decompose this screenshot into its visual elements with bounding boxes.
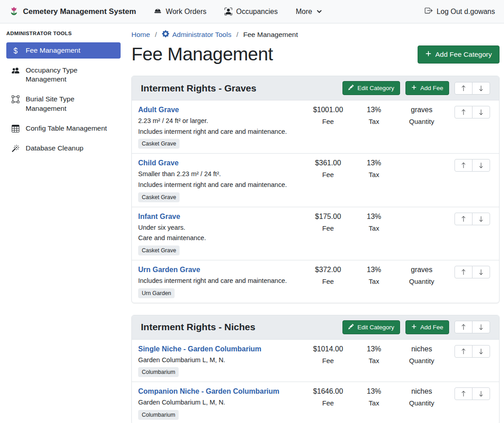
category-header: Interment Rights - Niches Edit Category …	[132, 315, 499, 340]
nav-occupancies[interactable]: Occupancies	[225, 8, 278, 16]
fee-row: Infant Grave Under six years. Care and m…	[132, 207, 499, 260]
admin-tools-sidebar: ADMINISTRATOR TOOLS Fee Management Occup…	[0, 23, 126, 423]
arrow-down-icon	[478, 324, 484, 330]
fee-row: Adult Grave 2.23 m² / 24 ft² or larger. …	[132, 100, 499, 153]
fee-description: Garden Columbarium L, M, N.	[138, 399, 305, 406]
breadcrumb: Home / Administrator Tools / Fee Managem…	[131, 30, 500, 39]
fee-amount-col: $361.00 Fee	[305, 159, 351, 178]
sidebar-item-label: Burial Site Type Management	[26, 95, 116, 113]
arrow-down-icon	[478, 162, 484, 168]
fee-description: 2.23 m² / 24 ft² or larger.	[138, 117, 305, 125]
sidebar-heading: ADMINISTRATOR TOOLS	[6, 31, 121, 36]
fee-name-link[interactable]: Companion Niche - Garden Columbarium	[138, 387, 279, 396]
arrow-down-icon	[478, 216, 484, 222]
fee-amount-label: Fee	[305, 224, 351, 232]
fee-row: Single Niche - Garden Columbarium Garden…	[132, 340, 499, 382]
arrow-down-icon	[478, 348, 484, 355]
app-brand[interactable]: Cemetery Management System	[9, 7, 136, 17]
move-fee-up-button[interactable]	[454, 345, 472, 358]
fee-tax: 13%	[351, 345, 396, 353]
sidebar-item-database-cleanup[interactable]: Database Cleanup	[6, 140, 121, 156]
nav-links: Work Orders Occupancies More	[154, 8, 322, 16]
move-fee-up-button[interactable]	[454, 266, 472, 278]
plus-icon	[411, 85, 417, 91]
nav-occupancies-label: Occupancies	[236, 8, 278, 16]
fee-type-badge: Casket Grave	[138, 246, 180, 255]
move-fee-down-button[interactable]	[472, 106, 490, 118]
fee-amount: $372.00	[305, 266, 351, 274]
move-fee-up-button[interactable]	[454, 106, 472, 118]
move-category-down-button[interactable]	[472, 321, 490, 333]
move-fee-down-button[interactable]	[472, 345, 490, 358]
fee-name-link[interactable]: Single Niche - Garden Columbarium	[138, 345, 261, 353]
edit-category-button[interactable]: Edit Category	[342, 320, 400, 334]
fee-reorder-group	[447, 266, 490, 278]
nav-work-orders[interactable]: Work Orders	[154, 8, 206, 16]
fee-name-link[interactable]: Infant Grave	[138, 213, 180, 221]
sidebar-item-label: Fee Management	[26, 46, 81, 55]
fee-row: Child Grave Smaller than 2.23 m² / 24 ft…	[132, 153, 499, 206]
move-fee-up-button[interactable]	[454, 213, 472, 225]
sidebar-item-label: Occupancy Type Management	[26, 66, 116, 84]
arrow-up-icon	[460, 109, 467, 115]
sidebar-item-occupancy-type-management[interactable]: Occupancy Type Management	[6, 62, 121, 87]
fee-reorder-group	[447, 213, 490, 225]
fee-amount-label: Fee	[305, 171, 351, 178]
fee-amount-label: Fee	[305, 399, 351, 407]
logout-button[interactable]: Log Out d.gowans	[425, 7, 495, 16]
plus-icon	[425, 50, 432, 59]
category-card-niches: Interment Rights - Niches Edit Category …	[131, 315, 500, 423]
nav-work-orders-label: Work Orders	[166, 8, 206, 16]
move-fee-down-button[interactable]	[472, 213, 490, 225]
fee-tax-label: Tax	[351, 171, 396, 178]
add-fee-button[interactable]: Add Fee	[405, 320, 449, 334]
fee-amount: $175.00	[305, 213, 351, 221]
breadcrumb-admin-tools-link[interactable]: Administrator Tools	[162, 30, 232, 39]
move-category-up-button[interactable]	[454, 321, 472, 333]
arrow-up-icon	[460, 216, 467, 222]
add-fee-category-button[interactable]: Add Fee Category	[418, 45, 500, 64]
fee-reorder-group	[447, 345, 490, 358]
sidebar-item-config-table-management[interactable]: Config Table Management	[6, 120, 121, 136]
fee-description: Under six years.	[138, 224, 305, 232]
move-category-down-button[interactable]	[472, 82, 490, 95]
fee-amount-col: $1646.00 Fee	[305, 387, 351, 407]
category-title: Interment Rights - Graves	[141, 83, 337, 94]
hard-hat-icon	[154, 8, 162, 15]
edit-category-button[interactable]: Edit Category	[342, 81, 400, 95]
fee-tax-col: 13% Tax	[351, 266, 396, 285]
fee-name-link[interactable]: Urn Garden Grave	[138, 266, 200, 274]
move-fee-down-button[interactable]	[472, 266, 490, 278]
move-fee-up-button[interactable]	[454, 159, 472, 172]
sidebar-item-burial-site-type-management[interactable]: Burial Site Type Management	[6, 91, 121, 116]
fee-amount: $1014.00	[305, 345, 351, 353]
add-fee-button[interactable]: Add Fee	[405, 81, 449, 95]
move-fee-up-button[interactable]	[454, 387, 472, 400]
fee-tax: 13%	[351, 266, 396, 274]
move-fee-down-button[interactable]	[472, 159, 490, 172]
fee-tax-label: Tax	[351, 277, 396, 285]
arrow-up-icon	[460, 391, 467, 397]
fee-name-link[interactable]: Child Grave	[138, 159, 179, 167]
table-icon	[12, 125, 20, 132]
sidebar-item-label: Database Cleanup	[26, 144, 83, 153]
sidebar-item-fee-management[interactable]: Fee Management	[6, 42, 121, 59]
fee-type-badge: Urn Garden	[138, 288, 175, 298]
move-fee-down-button[interactable]	[472, 387, 490, 400]
fee-quantity-label: Quantity	[396, 399, 447, 407]
breadcrumb-home-link[interactable]: Home	[131, 31, 150, 39]
fee-quantity-col: niches Quantity	[396, 345, 447, 364]
fee-quantity-label: Quantity	[396, 118, 447, 125]
logout-label: Log Out d.gowans	[436, 8, 495, 16]
fee-name-link[interactable]: Adult Grave	[138, 106, 179, 114]
fee-quantity-label: Quantity	[396, 357, 447, 364]
nav-more-dropdown[interactable]: More	[296, 8, 322, 16]
sidebar-item-label: Config Table Management	[26, 124, 107, 133]
fee-type-badge: Casket Grave	[138, 192, 180, 202]
category-card-graves: Interment Rights - Graves Edit Category …	[131, 76, 500, 303]
move-category-up-button[interactable]	[454, 82, 472, 95]
pencil-icon	[348, 324, 354, 331]
fee-description: Care and maintenance.	[138, 234, 305, 242]
fee-description: Smaller than 2.23 m² / 24 ft².	[138, 170, 305, 178]
chevron-down-icon	[316, 9, 322, 14]
